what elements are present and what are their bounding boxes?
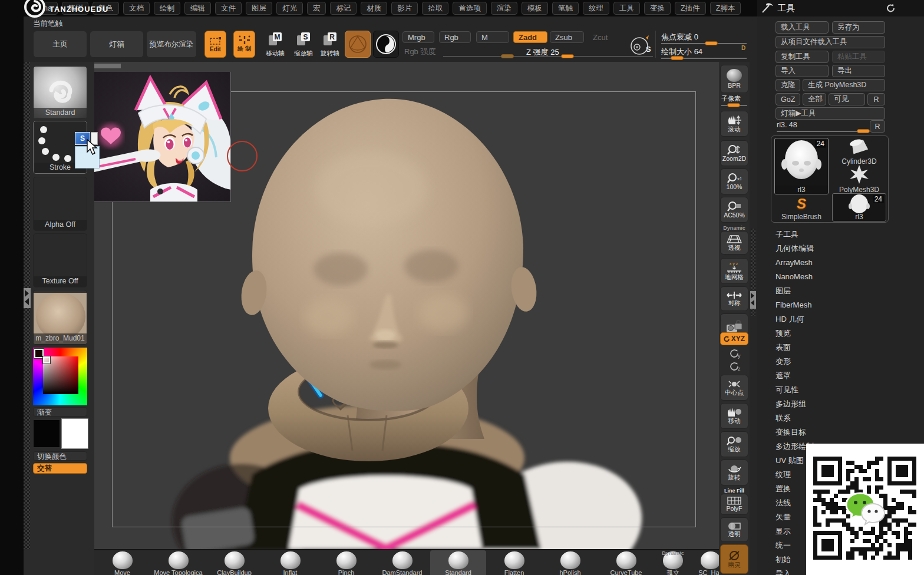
menu-item[interactable]: 变换 (644, 2, 671, 15)
paste-tool-button[interactable]: 粘贴工具 (832, 51, 885, 63)
brush-slot[interactable]: Flatten (486, 550, 542, 575)
export-button[interactable]: 导出 (832, 65, 885, 77)
active-tool-knob[interactable] (857, 129, 870, 133)
brush-slot[interactable]: hPolish (542, 550, 598, 575)
menu-item[interactable]: 编辑 (184, 2, 211, 15)
rotate-z-icon[interactable]: z (728, 361, 741, 372)
goz-all-button[interactable]: 全部 (803, 93, 826, 105)
load-tool-button[interactable]: 载入工具 (776, 21, 829, 34)
active-tool-thumb[interactable]: 24 rl3 (774, 138, 829, 194)
tool-section-item[interactable]: 图层 (776, 284, 893, 298)
brush-slot[interactable]: Move (94, 550, 150, 575)
symmetry-button[interactable]: 对称 (720, 286, 748, 311)
material-picker-button[interactable] (373, 31, 399, 58)
tool-section-item[interactable]: 变形 (776, 355, 893, 369)
tool-section-item[interactable]: HD 几何 (776, 312, 893, 326)
antialiased-half-button[interactable]: AC50% (720, 197, 748, 223)
brush-slot[interactable]: Dynamic 孤立 (654, 550, 692, 575)
scale-view-button[interactable]: 缩放 (720, 431, 748, 457)
tool-section-item[interactable]: 子工具 (776, 227, 893, 242)
texture-button[interactable]: Texture Off (33, 233, 87, 288)
active-color-swatch[interactable] (345, 31, 371, 58)
edit-button[interactable]: Edit (204, 31, 226, 58)
menu-item[interactable]: 图层 (246, 2, 272, 15)
sv-cursor[interactable] (43, 356, 50, 363)
gradient-toggle[interactable]: 渐变 (33, 407, 87, 417)
reset-icon[interactable] (886, 3, 896, 14)
primary-color-swatch[interactable] (33, 419, 60, 448)
tool-section-item[interactable]: 可见性 (776, 383, 893, 397)
reference-image[interactable] (94, 72, 231, 202)
alpha-button[interactable]: Alpha Off (33, 177, 87, 231)
bpr-render-button[interactable]: BPR (720, 65, 748, 93)
goz-r-button[interactable]: R (867, 93, 885, 105)
rotate-y-icon[interactable]: y (728, 348, 741, 359)
tool-section-item[interactable]: FiberMesh (776, 298, 893, 312)
menu-item[interactable]: 绘制 (154, 2, 180, 15)
actual-size-button[interactable]: x1 100% (720, 168, 748, 194)
tool-section-item[interactable]: 几何体编辑 (776, 242, 893, 256)
make-polymesh3d-button[interactable]: 生成 PolyMesh3D (803, 79, 885, 91)
alternate-button[interactable]: 交替 (33, 463, 87, 474)
menu-item[interactable]: Z脚本 (710, 2, 741, 15)
recent-tool-thumb[interactable]: 24 rl3 (832, 193, 886, 222)
save-as-button[interactable]: 另存为 (832, 21, 885, 34)
transparent-button[interactable]: 透明 (720, 517, 748, 542)
tool-section-item[interactable]: 变换目标 (776, 425, 893, 439)
cylinder3d-tool[interactable]: Cylinder3D (832, 138, 886, 164)
right-divider-handle[interactable] (750, 291, 756, 309)
move-view-button[interactable]: 移动 (720, 403, 748, 429)
import-button[interactable]: 导入 (776, 65, 829, 77)
menu-item[interactable]: Z插件 (675, 2, 706, 15)
lightbox-tool-button[interactable]: 灯箱▶工具 (776, 107, 885, 120)
brush-slot[interactable]: DamStandard (374, 550, 430, 575)
brush-slot[interactable]: Pinch (318, 550, 374, 575)
zsub-toggle[interactable]: Zsub (550, 31, 584, 43)
ghost-button[interactable]: 幽灵 (720, 544, 748, 574)
load-from-project-button[interactable]: 从项目文件载入工具 (776, 36, 885, 48)
lightbox-button[interactable]: 灯箱 (90, 31, 144, 58)
zadd-toggle[interactable]: Zadd (513, 31, 547, 43)
zcut-toggle[interactable]: Zcut (588, 31, 611, 43)
focal-shift-slider[interactable] (661, 43, 747, 44)
menu-item[interactable]: 拾取 (422, 2, 448, 15)
brush-slot[interactable]: Standard (430, 550, 486, 575)
stroke-curve-button[interactable]: S (628, 33, 653, 58)
mrgb-toggle[interactable]: Mrgb (402, 31, 434, 43)
brush-slot[interactable]: ClayBuildup (206, 550, 262, 575)
rotate-axis-button[interactable]: R 旋转轴 (318, 32, 342, 59)
brush-slot[interactable]: SC_Hair (692, 550, 719, 575)
simplebrush-tool[interactable]: S SimpleBrush (774, 197, 829, 222)
material-button[interactable]: m_zbro_Mud01 (33, 290, 87, 345)
frame-center-button[interactable]: 中心点 (720, 375, 748, 401)
tool-section-item[interactable]: 表面 (776, 341, 893, 355)
draw-button[interactable]: 绘 制 (233, 31, 255, 58)
rgb-toggle[interactable]: Rgb (439, 31, 471, 43)
active-tool-slider[interactable] (777, 131, 865, 132)
z-intensity-knob[interactable] (561, 54, 574, 58)
tool-section-item[interactable]: 多边形组 (776, 397, 893, 411)
hue-cursor[interactable] (34, 349, 44, 358)
left-divider-handle[interactable] (24, 288, 31, 308)
menu-item[interactable]: 材质 (361, 2, 387, 15)
local-symmetry-xyz-button[interactable]: XYZ (720, 332, 748, 345)
scroll-canvas-button[interactable]: 滚动 (720, 111, 748, 137)
zoom2d-button[interactable]: Zoom2D (720, 140, 748, 166)
tool-section-item[interactable]: 遮罩 (776, 369, 893, 383)
menu-item[interactable]: 宏 (307, 2, 326, 15)
move-axis-button[interactable]: M 移动轴 (263, 32, 287, 59)
canvas-scroll-tab[interactable] (94, 64, 121, 68)
menu-item[interactable]: 灯光 (276, 2, 303, 15)
menu-item[interactable]: 工具 (613, 2, 640, 15)
brush-slot[interactable]: Inflat (262, 550, 318, 575)
goz-visible-button[interactable]: 可见 (829, 93, 865, 105)
subpixel-knob[interactable] (727, 103, 740, 107)
menu-item[interactable]: 笔触 (552, 2, 579, 15)
perspective-button[interactable]: 透视 (720, 231, 748, 255)
menu-item[interactable]: 标记 (330, 2, 357, 15)
rgb-intensity-knob[interactable] (501, 54, 514, 58)
home-button[interactable]: 主页 (33, 31, 87, 58)
current-brush-button[interactable]: Standard (33, 66, 87, 119)
switch-color-button[interactable]: 切换颜色 (33, 451, 87, 461)
brush-slot[interactable]: CurveTube (598, 550, 654, 575)
